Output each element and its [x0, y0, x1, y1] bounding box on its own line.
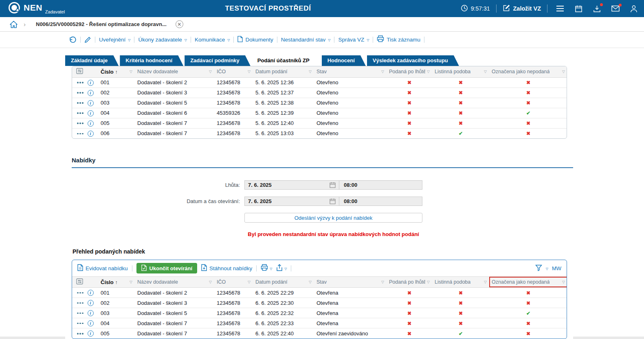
grid-row[interactable]: i003Dodavatel - školení 5123456786. 6. 2… — [72, 308, 567, 318]
grid-row[interactable]: i005Dodavatel - školení 7123456786. 6. 2… — [72, 328, 567, 339]
row-detail-icon[interactable]: i — [88, 300, 94, 306]
filter-icon[interactable]: ▽ — [248, 70, 251, 74]
row-menu-icon[interactable] — [77, 92, 84, 94]
filter-icon[interactable]: ▽ — [209, 70, 212, 74]
row-detail-icon[interactable]: i — [88, 320, 94, 326]
row-menu-icon[interactable] — [77, 122, 84, 124]
grid-row[interactable]: i005Dodavatel - školení 7123456785. 6. 2… — [72, 118, 567, 128]
row-detail-icon[interactable]: i — [88, 90, 94, 96]
column-header[interactable]: Název dodavatele▽ — [135, 66, 214, 77]
column-header[interactable]: Listinná podoba▽ — [432, 66, 489, 77]
tab-1[interactable]: Základní údaje — [65, 55, 119, 66]
stahnout-nabidky-button[interactable]: Stáhnout nabídky — [201, 264, 252, 272]
menu-sprava-vz[interactable]: Správa VZ▽ — [338, 37, 369, 43]
column-header[interactable]: Podaná po lhůtě▽ — [387, 66, 432, 77]
column-header[interactable]: Listinná podoba▽ — [432, 277, 489, 288]
home-icon[interactable] — [10, 21, 18, 28]
calendar-picker-icon[interactable] — [330, 198, 336, 204]
opening-date-input[interactable]: 7. 6. 2025 — [244, 197, 339, 206]
column-header[interactable]: Název dodavatele▽ — [135, 277, 214, 288]
grid-row[interactable]: i002Dodavatel - školení 3123456785. 6. 2… — [72, 87, 567, 98]
row-menu-icon[interactable] — [77, 102, 84, 104]
messages-icon[interactable] — [611, 5, 620, 12]
deadline-date-input[interactable]: 7. 6. 2025 — [244, 180, 339, 190]
menu-komunikace[interactable]: Komunikace▽ — [195, 37, 230, 43]
menu-ukony-zadavatele[interactable]: Úkony zadavatele▽ — [138, 37, 187, 43]
filter-funnel-icon[interactable] — [535, 265, 542, 272]
row-menu-icon[interactable] — [77, 292, 84, 294]
sort-asc-icon[interactable]: ↑ — [115, 69, 117, 75]
column-header[interactable]: Datum podání▽ — [253, 277, 314, 288]
tab-4[interactable]: Podání účastníků ZP — [252, 55, 321, 66]
column-header[interactable]: Číslo ↑▽ — [98, 66, 135, 77]
ukoncit-oteviranI-button[interactable]: Ukončit otevírání — [136, 263, 197, 273]
tab-5[interactable]: Hodnocení — [322, 55, 366, 66]
row-detail-icon[interactable]: i — [88, 100, 94, 106]
filter-icon[interactable]: ▽ — [381, 70, 384, 74]
sort-asc-icon[interactable]: ↑ — [115, 280, 117, 285]
column-header[interactable]: Označena jako nepodaná▽ — [489, 66, 567, 77]
row-detail-icon[interactable]: i — [88, 80, 94, 86]
export-grid-button[interactable]: ▽ — [276, 264, 287, 273]
view-label[interactable]: MW — [552, 265, 561, 271]
filter-icon[interactable]: ▽ — [130, 70, 132, 74]
row-menu-icon[interactable] — [77, 323, 84, 324]
brand[interactable]: NEN Zadavatel — [8, 2, 65, 15]
column-header[interactable]: Stav▽ — [314, 66, 387, 77]
row-menu-icon[interactable] — [77, 82, 84, 83]
grid-row[interactable]: i001Dodavatel - školení 2123456785. 6. 2… — [72, 77, 567, 87]
row-detail-icon[interactable]: i — [88, 310, 94, 316]
row-detail-icon[interactable]: i — [88, 131, 94, 137]
row-detail-icon[interactable]: i — [88, 290, 94, 296]
filter-icon[interactable]: ▽ — [484, 280, 487, 284]
menu-uverejneni[interactable]: Uveřejnění▽ — [99, 37, 130, 43]
row-detail-icon[interactable]: i — [88, 110, 94, 116]
downloads-icon[interactable] — [593, 5, 601, 13]
filter-icon[interactable]: ▽ — [562, 70, 565, 74]
row-menu-icon[interactable] — [77, 112, 84, 114]
evidovat-nabidku-button[interactable]: Evidovat nabídku — [77, 264, 128, 272]
filter-icon[interactable]: ▽ — [381, 280, 384, 284]
create-vz-button[interactable]: Založit VZ — [503, 4, 541, 13]
breadcrumb-record[interactable]: N006/25/V00005292 - Řešení optimalizace … — [36, 21, 167, 27]
column-header[interactable]: IČO▽ — [214, 277, 253, 288]
grid-row[interactable]: i004Dodavatel - školení 7123456786. 6. 2… — [72, 318, 567, 328]
row-detail-icon[interactable]: i — [88, 120, 94, 127]
calendar-icon[interactable] — [575, 5, 582, 13]
grid-row[interactable]: i006Dodavatel - školení 7123456785. 6. 2… — [72, 128, 567, 138]
column-header[interactable]: IČO▽ — [214, 66, 253, 77]
column-header[interactable]: Stav▽ — [314, 277, 387, 288]
filter-icon[interactable]: ▽ — [427, 70, 430, 74]
menu-nestandardni-stav[interactable]: Nestandardní stav▽ — [281, 37, 331, 43]
grid-row[interactable]: i002Dodavatel - školení 3123456786. 6. 2… — [72, 298, 567, 308]
column-chooser-icon[interactable] — [75, 278, 83, 284]
opening-time-input[interactable]: 08:00 — [339, 197, 422, 206]
filter-icon[interactable]: ▽ — [130, 280, 132, 284]
row-menu-icon[interactable] — [77, 302, 84, 304]
row-menu-icon[interactable] — [77, 313, 84, 314]
row-detail-icon[interactable]: i — [88, 330, 94, 337]
column-header[interactable]: Podaná po lhůtě▽ — [387, 277, 432, 288]
column-chooser-icon[interactable] — [75, 68, 83, 74]
filter-icon[interactable]: ▽ — [309, 70, 312, 74]
row-menu-icon[interactable] — [77, 333, 84, 335]
user-icon[interactable] — [630, 5, 637, 13]
grid-row[interactable]: i003Dodavatel - školení 5123456785. 6. 2… — [72, 98, 567, 108]
column-header[interactable]: Označena jako nepodaná▽ — [489, 277, 567, 288]
filter-icon[interactable]: ▽ — [484, 70, 487, 74]
close-record-icon[interactable]: ✕ — [176, 20, 183, 28]
filter-icon[interactable]: ▽ — [427, 280, 430, 284]
tab-3[interactable]: Zadávací podmínky — [185, 55, 251, 66]
tab-6[interactable]: Výsledek zadávacího postupu — [367, 55, 459, 66]
print-grid-button[interactable]: ▽ — [261, 264, 272, 272]
send-invitation-button[interactable]: Odeslání výzvy k podání nabídek — [244, 213, 422, 223]
filter-icon[interactable]: ▽ — [209, 280, 212, 284]
column-header[interactable]: Číslo ↑▽ — [98, 277, 135, 288]
view-dropdown-icon[interactable]: ▽ — [546, 267, 548, 271]
history-icon[interactable] — [69, 36, 77, 43]
grid-row[interactable]: i004Dodavatel - školení 6453593265. 6. 2… — [72, 108, 567, 118]
filter-icon[interactable]: ▽ — [248, 280, 251, 284]
edit-record-icon[interactable] — [84, 36, 91, 43]
menu-tisk-zaznamu[interactable]: Tisk záznamu — [377, 35, 420, 44]
column-header[interactable]: Datum podání▽ — [253, 66, 314, 77]
